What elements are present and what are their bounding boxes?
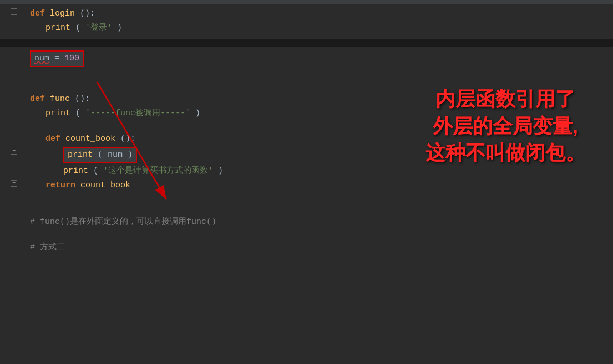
code-line-1: − def login (): [0,7,613,21]
annotation-text: 内层函数引用了 外层的全局变量, 这种不叫做闭包。 [425,86,585,167]
keyword-return: return [45,181,75,190]
print-call: print [45,23,70,33]
fold-icon-print-num[interactable]: − [11,148,17,155]
code-line-num: num = 100 [0,50,613,68]
code-editor: − def login (): print ( '登录' ) num = 100 [0,0,613,364]
print-call-num: print [68,150,93,160]
print-call-desc: print [63,166,88,176]
keyword-def-count: def [45,134,60,143]
gutter-print-num: − [0,147,28,155]
count-book-name: count_book [65,134,115,143]
gutter-print-func [0,107,28,108]
code-line-return: − return count_book [0,178,613,193]
fold-icon-func[interactable]: − [11,94,17,100]
var-num-name: num [34,54,49,63]
separator-bar [0,39,613,47]
gutter-2 [0,22,28,23]
comment-text-2: # 方式二 [30,243,65,252]
return-val: count_book [80,181,130,190]
string-func-called: '-----func被调用-----' [85,109,190,118]
line-content-2: print ( '登录' ) [28,22,613,35]
empty-line-6 [0,229,613,240]
highlight-num-assign: num = 100 [30,50,84,67]
comment-text-1: # func()是在外面定义的，可以直接调用func() [30,217,216,227]
fold-icon-count[interactable]: − [11,134,17,140]
fold-icon-return[interactable]: − [11,180,17,187]
code-line-comment1: # func()是在外面定义的，可以直接调用func() [0,215,613,229]
gutter-comment2 [0,241,28,242]
line-content-1: def login (): [28,7,613,20]
gutter-1: − [0,7,28,15]
string-val: '登录' [85,23,112,33]
number-100: 100 [64,54,79,63]
print-num-box: print ( num ) [63,147,137,163]
line-content-num: num = 100 [28,50,613,67]
func-name: func [50,94,70,104]
gutter-count-book: − [0,132,28,140]
top-bar [0,0,613,4]
var-num-ref: num [108,150,123,160]
gutter-comment1 [0,216,28,217]
gutter-return: − [0,179,28,187]
code-line-2: print ( '登录' ) [0,21,613,35]
code-line-comment2: # 方式二 [0,240,613,255]
fold-icon-1[interactable]: − [11,8,17,15]
string-desc: '这个是计算买书方式的函数' [103,166,213,176]
line-content-return: return count_book [28,179,613,192]
gutter-func: − [0,93,28,100]
line-content-comment2: # 方式二 [28,241,613,254]
empty-line-1 [0,70,613,81]
keyword-def-func: def [30,94,45,104]
line-content-comment1: # func()是在外面定义的，可以直接调用func() [28,216,613,229]
keyword-def: def [30,9,45,18]
gutter-print-desc [0,165,28,166]
empty-line-5 [0,204,613,215]
empty-line-4 [0,193,613,204]
print-call-2: print [45,109,70,118]
gutter-num [0,50,28,52]
function-name: login [50,9,75,18]
